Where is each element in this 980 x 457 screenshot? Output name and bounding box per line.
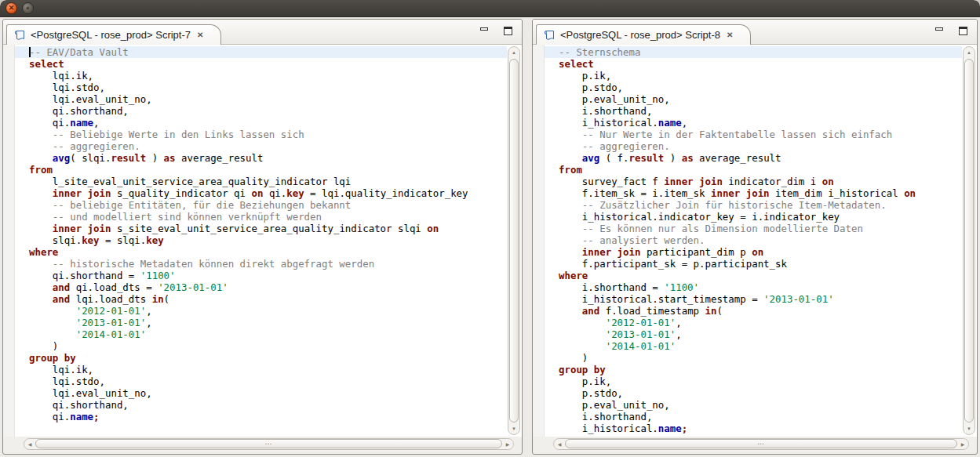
code-line[interactable]: qi.name, (29, 117, 507, 129)
scroll-down-icon[interactable]: ▼ (964, 423, 975, 434)
vertical-scrollbar-right[interactable]: ▲ ▼ (963, 46, 975, 435)
code-line[interactable]: -- Beliebige Werte in den Links lassen s… (29, 129, 507, 140)
scroll-left-icon[interactable]: ◀ (24, 441, 35, 447)
code-line[interactable]: and f.load_timestamp in( (559, 305, 962, 317)
code-line[interactable]: '2014-01-01' (559, 340, 962, 352)
code-line[interactable]: i_historical.start_timestamp = '2013-01-… (559, 293, 962, 305)
editor-pane-script-8: <PostgreSQL - rose_prod> Script-8 ✕ -- S… (532, 19, 978, 455)
code-line[interactable]: inner join s_quality_indicator qi on qi.… (29, 187, 507, 199)
minimize-icon[interactable] (480, 27, 488, 31)
code-line[interactable]: i_historical.indicator_key = i.indicator… (559, 211, 962, 223)
code-line[interactable]: from (29, 164, 507, 176)
scroll-left-icon[interactable]: ◀ (554, 441, 565, 447)
vertical-scroll-thumb[interactable] (964, 59, 974, 423)
code-line[interactable]: -- aggregieren. (29, 140, 507, 152)
code-line[interactable]: '2012-01-01', (29, 305, 507, 317)
code-line[interactable]: select (559, 58, 962, 70)
code-line[interactable]: inner join participant_dim p on (559, 246, 962, 258)
window-menu-button[interactable] (22, 2, 34, 14)
code-line[interactable]: lqi.ik, (29, 364, 507, 375)
code-line[interactable]: slqi.key = slqi.key (29, 234, 507, 246)
code-line[interactable]: p.ik, (559, 375, 962, 387)
code-line[interactable]: ) (559, 352, 962, 364)
scroll-right-icon[interactable]: ▶ (502, 441, 513, 447)
window-close-button[interactable]: ✕ (5, 2, 17, 14)
code-line[interactable]: p.eval_unit_no, (559, 399, 962, 411)
code-line[interactable]: avg( slqi.result ) as average_result (29, 152, 507, 164)
code-line[interactable]: -- Es können nur als Dimension modellier… (559, 223, 962, 234)
code-line[interactable]: p.stdo, (559, 82, 962, 93)
code-line[interactable]: i_historical.name, (559, 117, 962, 129)
horizontal-scroll-thumb[interactable]: ⋯ (35, 439, 502, 448)
code-area-script-7[interactable]: -- EAV/Data Vaultselect lqi.ik, lqi.stdo… (15, 45, 507, 437)
horizontal-scrollbar-right[interactable]: ◀ ⋯ ▶ (553, 438, 969, 450)
code-line[interactable]: '2014-01-01' (29, 328, 507, 340)
code-line[interactable]: p.ik, (559, 70, 962, 82)
horizontal-scrollbar-left[interactable]: ◀ ⋯ ▶ (24, 438, 514, 450)
code-line[interactable]: group by (29, 352, 507, 364)
code-line[interactable]: -- aggregieren. (559, 140, 962, 152)
code-line[interactable]: qi.shorthand = '1100' (29, 270, 507, 281)
code-line[interactable]: i.shorthand, (559, 105, 962, 117)
code-line[interactable]: -- und modelliert sind können verknüpft … (29, 211, 507, 223)
annotation-ruler-left (3, 45, 15, 437)
code-line[interactable]: where (559, 270, 962, 281)
tab-label: <PostgreSQL - rose_prod> Script-7 (31, 29, 191, 41)
scroll-up-icon[interactable]: ▲ (964, 47, 975, 58)
code-line[interactable]: lqi.stdo, (29, 375, 507, 387)
code-line[interactable]: f.participant_sk = p.participant_sk (559, 258, 962, 270)
code-line[interactable]: -- Nur Werte in der Faktentabelle lassen… (559, 129, 962, 140)
code-line[interactable]: qi.shorthand, (29, 399, 507, 411)
code-line[interactable]: -- EAV/Data Vault (15, 46, 507, 58)
code-line[interactable]: lqi.ik, (29, 70, 507, 82)
code-line[interactable]: survey_fact f inner join indicator_dim i… (559, 176, 962, 187)
maximize-icon[interactable] (504, 27, 512, 35)
code-line[interactable]: qi.shorthand, (29, 105, 507, 117)
maximize-icon[interactable] (959, 27, 967, 35)
code-line[interactable]: lqi.eval_unit_no, (29, 387, 507, 399)
scroll-right-icon[interactable]: ▶ (957, 441, 968, 447)
code-line[interactable]: group by (559, 364, 962, 375)
code-line[interactable]: qi.name; (29, 411, 507, 423)
code-line[interactable]: -- Zusätzlicher Join für historische Ite… (559, 199, 962, 211)
vertical-scroll-thumb[interactable] (509, 59, 519, 423)
code-line[interactable]: -- historische Metadaten können direkt a… (29, 258, 507, 270)
tab-script-8[interactable]: <PostgreSQL - rose_prod> Script-8 ✕ (536, 24, 751, 45)
code-line[interactable]: lqi.stdo, (29, 82, 507, 93)
code-line[interactable]: and lqi.load_dts in( (29, 293, 507, 305)
tab-close-icon[interactable]: ✕ (725, 30, 734, 40)
code-line[interactable]: -- beliebige Entitäten, für die Beziehun… (29, 199, 507, 211)
code-line[interactable]: p.stdo, (559, 387, 962, 399)
code-area-script-8[interactable]: -- Sternschemaselect p.ik, p.stdo, p.eva… (545, 45, 962, 437)
code-line[interactable]: '2013-01-01', (559, 328, 962, 340)
code-line[interactable]: and qi.load_dts = '2013-01-01' (29, 281, 507, 293)
vertical-scrollbar-left[interactable]: ▲ ▼ (508, 46, 520, 435)
window-close-icon: ✕ (9, 5, 15, 12)
code-line[interactable]: '2012-01-01', (559, 317, 962, 328)
code-line[interactable]: -- Sternschema (545, 46, 962, 58)
scroll-up-icon[interactable]: ▲ (508, 47, 519, 58)
code-line[interactable]: i_historical.name; (559, 423, 962, 434)
code-line[interactable]: p.eval_unit_no, (559, 93, 962, 105)
tab-script-7[interactable]: <PostgreSQL - rose_prod> Script-7 ✕ (6, 24, 221, 45)
code-line[interactable]: f.item_sk = i.item_sk inner join item_di… (559, 187, 962, 199)
tab-close-icon[interactable]: ✕ (195, 30, 205, 40)
pane-controls-right (935, 27, 967, 35)
horizontal-scroll-thumb[interactable]: ⋯ (565, 439, 957, 448)
code-line[interactable]: l_site_eval_unit_service_area_quality_in… (29, 176, 507, 187)
code-line[interactable]: lqi.eval_unit_no, (29, 93, 507, 105)
code-line[interactable]: avg ( f.result ) as average_result (559, 152, 962, 164)
code-line[interactable]: -- analysiert werden. (559, 234, 962, 246)
code-line[interactable]: i.shorthand = '1100' (559, 281, 962, 293)
code-line[interactable]: where (29, 246, 507, 258)
code-line[interactable]: from (559, 164, 962, 176)
editor-left: -- EAV/Data Vaultselect lqi.ik, lqi.stdo… (3, 45, 522, 437)
code-line[interactable]: ) (29, 340, 507, 352)
minimize-icon[interactable] (935, 27, 943, 31)
code-line[interactable]: '2013-01-01', (29, 317, 507, 328)
code-line[interactable]: i.shorthand, (559, 411, 962, 423)
code-line[interactable]: select (29, 58, 507, 70)
code-line[interactable]: inner join s_site_eval_unit_service_area… (29, 223, 507, 234)
scroll-down-icon[interactable]: ▼ (508, 423, 519, 434)
pane-sash[interactable] (523, 19, 532, 455)
